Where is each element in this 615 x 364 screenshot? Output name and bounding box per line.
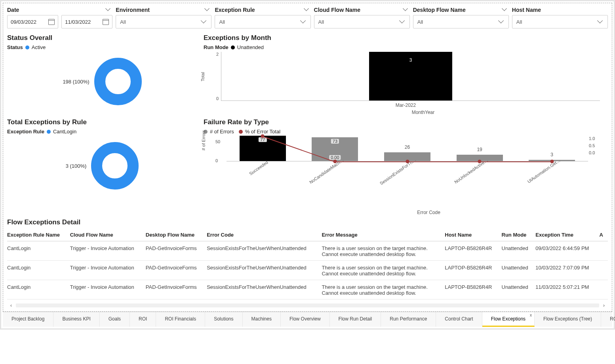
circle-icon xyxy=(47,130,51,134)
cell-code: SessionExistsForTheUserWhenUnattended xyxy=(207,261,322,280)
status-series-name: Active xyxy=(32,44,46,50)
tab-business-kpi[interactable]: Business KPI xyxy=(53,312,99,327)
table-row[interactable]: CantLoginTrigger - Invoice AutomationPAD… xyxy=(7,280,608,300)
col-time[interactable]: Exception Time xyxy=(535,229,599,241)
desktop-flow-dropdown[interactable]: All xyxy=(413,15,509,28)
trend-line-segment xyxy=(480,161,552,162)
exceptions-by-month-visual[interactable]: Exceptions by Month Run Mode Unattended … xyxy=(204,34,608,115)
runmode-series-name: Unattended xyxy=(237,44,264,50)
cell-a xyxy=(599,241,608,261)
y2-tick: 0.0 xyxy=(589,150,601,157)
y2-tick: 0.5 xyxy=(589,143,601,150)
cell-mode: Unattended xyxy=(502,241,536,261)
y-tick: 0 xyxy=(215,158,218,163)
scroll-track[interactable] xyxy=(16,303,599,307)
col-cloud[interactable]: Cloud Flow Name xyxy=(70,229,146,241)
x-axis-label: MonthYear xyxy=(221,110,615,115)
y-tick: 50 xyxy=(215,139,220,144)
exception-rule-dropdown[interactable]: All xyxy=(215,15,310,28)
tab-flow-run-detail[interactable]: Flow Run Detail xyxy=(330,312,381,327)
date-end-input[interactable]: 11/03/2022 xyxy=(61,15,112,28)
table-row[interactable]: CantLoginTrigger - Invoice AutomationPAD… xyxy=(7,261,608,280)
tab-goals[interactable]: Goals xyxy=(100,312,130,327)
col-mode[interactable]: Run Mode xyxy=(502,229,536,241)
tab-solutions[interactable]: Solutions xyxy=(205,312,242,327)
bar-value-label: 19 xyxy=(477,147,482,152)
col-desktop[interactable]: Desktop Flow Name xyxy=(146,229,207,241)
cell-mode: Unattended xyxy=(502,261,536,280)
trend-point xyxy=(478,160,482,163)
status-overall-visual[interactable]: Status Overall Status Active 198 (100%) xyxy=(7,34,197,115)
chevron-down-icon xyxy=(400,20,406,24)
cell-msg: There is a user session on the target ma… xyxy=(322,280,445,300)
table-row[interactable]: CantLoginTrigger - Invoice AutomationPAD… xyxy=(7,241,608,261)
cell-msg: There is a user session on the target ma… xyxy=(322,261,445,280)
runmode-legend-label: Run Mode xyxy=(204,44,228,50)
environment-dropdown[interactable]: All xyxy=(116,15,211,28)
chevron-down-icon[interactable] xyxy=(404,8,408,11)
failure-rate-visual[interactable]: Failure Rate by Type # of Errors % of Er… xyxy=(204,118,608,215)
tab-machines[interactable]: Machines xyxy=(243,312,281,327)
cloud-flow-value: All xyxy=(318,19,324,25)
cell-time: 10/03/2022 7:07:09 PM xyxy=(535,261,599,280)
filter-desktop-flow: Desktop Flow Name All xyxy=(413,6,509,28)
tab-roi[interactable]: ROI xyxy=(130,312,156,327)
flow-exceptions-detail-visual[interactable]: Flow Exceptions Detail Exception Rule Na… xyxy=(7,218,608,309)
failure-rate-chart: # of Errors 50 0 1.0 0.5 0.0 77Succeeded… xyxy=(204,136,608,215)
col-code[interactable]: Error Code xyxy=(207,229,322,241)
host-name-dropdown[interactable]: All xyxy=(512,15,608,28)
scroll-left-icon[interactable]: ‹ xyxy=(9,303,13,308)
calendar-icon[interactable] xyxy=(48,19,55,25)
cell-desktop: PAD-GetInvoiceForms xyxy=(146,261,207,280)
tab-project-backlog[interactable]: Project Backlog xyxy=(3,312,53,327)
status-donut-chart xyxy=(94,58,142,105)
detail-table: Exception Rule Name Cloud Flow Name Desk… xyxy=(7,229,608,300)
total-exceptions-visual[interactable]: Total Exceptions by Rule Exception Rule … xyxy=(7,118,197,215)
col-a[interactable]: A xyxy=(599,229,608,241)
col-rule[interactable]: Exception Rule Name xyxy=(7,229,70,241)
chevron-down-icon[interactable] xyxy=(205,8,210,11)
cell-desktop: PAD-GetInvoiceForms xyxy=(146,280,207,300)
col-host[interactable]: Host Name xyxy=(445,229,501,241)
tab-flow-overview[interactable]: Flow Overview xyxy=(281,312,330,327)
col-msg[interactable]: Error Message xyxy=(322,229,445,241)
tab-flow-exceptions[interactable]: Flow Exceptionsx xyxy=(482,312,535,327)
tab-run-performance[interactable]: Run Performance xyxy=(381,312,436,327)
calendar-icon[interactable] xyxy=(103,19,109,25)
y-axis-label: # of Errors xyxy=(201,130,206,150)
filter-date-label: Date xyxy=(7,7,19,13)
cell-rule: CantLogin xyxy=(7,280,70,300)
exceptions-by-month-chart: Total 2 0 3 Mar-2022 MonthYear xyxy=(204,52,608,115)
report-canvas: Date 09/03/2022 11/03/2022 Environment xyxy=(3,3,612,312)
y-tick: 2 xyxy=(211,52,219,57)
cell-host: LAPTOP-B5826R4R xyxy=(445,241,501,261)
y2-tick: 1.0 xyxy=(589,136,601,143)
tab-flow-exceptions-tree-[interactable]: Flow Exceptions (Tree) xyxy=(535,312,601,327)
date-start-input[interactable]: 09/03/2022 xyxy=(7,15,58,28)
filters-row: Date 09/03/2022 11/03/2022 Environment xyxy=(7,6,608,32)
chevron-down-icon[interactable] xyxy=(305,8,309,11)
filter-host-name: Host Name All xyxy=(512,6,608,28)
chevron-down-icon[interactable] xyxy=(503,8,507,11)
bar-value: 3 xyxy=(409,52,412,63)
cell-cloud: Trigger - Invoice Automation xyxy=(70,241,146,261)
chart-column: 19NoUnlockedActive… xyxy=(444,136,516,161)
scroll-right-icon[interactable]: › xyxy=(602,303,606,308)
table-header-row: Exception Rule Name Cloud Flow Name Desk… xyxy=(7,229,608,241)
horizontal-scrollbar[interactable]: ‹ › xyxy=(7,302,608,309)
status-legend-label: Status xyxy=(7,44,23,50)
tab-control-chart[interactable]: Control Chart xyxy=(436,312,482,327)
desktop-flow-value: All xyxy=(417,19,423,25)
tab-roi-financials[interactable]: ROI Financials xyxy=(156,312,205,327)
status-donut-label: 198 (100%) xyxy=(63,79,89,85)
circle-icon xyxy=(239,130,243,134)
tab-roi-calculations[interactable]: ROI Calculations xyxy=(601,312,615,327)
cell-time: 11/03/2022 5:07:21 PM xyxy=(535,280,599,300)
filter-cloud-flow: Cloud Flow Name All xyxy=(314,6,410,28)
cell-host: LAPTOP-B5826R4R xyxy=(445,261,501,280)
cloud-flow-dropdown[interactable]: All xyxy=(314,15,410,28)
filter-host-name-label: Host Name xyxy=(512,7,541,13)
cell-cloud: Trigger - Invoice Automation xyxy=(70,261,146,280)
close-icon[interactable]: x xyxy=(530,313,532,317)
chevron-down-icon[interactable] xyxy=(106,8,111,11)
